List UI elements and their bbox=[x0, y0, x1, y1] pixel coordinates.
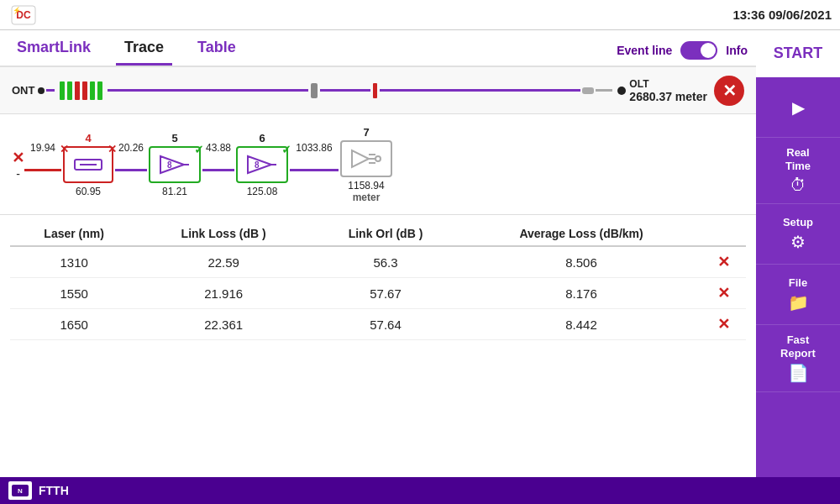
realtime-label: RealTime bbox=[785, 146, 811, 172]
cell-avg-loss-0: 8.506 bbox=[462, 246, 701, 278]
svg-text:N: N bbox=[18, 487, 23, 495]
network-icon: N bbox=[11, 484, 29, 497]
amplifier-6-icon: 8 bbox=[246, 153, 278, 176]
tab-smartlink[interactable]: SmartLink bbox=[8, 35, 99, 66]
status-x-icon: ✕ bbox=[717, 316, 730, 333]
svg-marker-5 bbox=[160, 156, 184, 173]
event-line-toggle[interactable] bbox=[680, 41, 717, 60]
device-5-number: 5 bbox=[171, 132, 177, 144]
realtime-button[interactable]: RealTime ⏱ bbox=[756, 138, 840, 204]
device-start: ✕ - bbox=[12, 149, 24, 181]
meter-label: meter bbox=[353, 192, 381, 203]
close-icon: ✕ bbox=[722, 81, 737, 101]
cell-avg-loss-1: 8.176 bbox=[462, 278, 701, 309]
start-label: START bbox=[774, 45, 823, 63]
device-6[interactable]: 6 ✓ 8 125.08 bbox=[236, 132, 288, 197]
col-link-loss: Link Loss (dB ) bbox=[138, 222, 309, 246]
svg-text:8: 8 bbox=[255, 160, 260, 170]
cell-link-loss-1: 21.916 bbox=[138, 278, 309, 309]
device-6-number: 6 bbox=[259, 132, 265, 144]
val-before-4: 19.94 bbox=[30, 142, 55, 154]
cell-link-loss-0: 22.59 bbox=[138, 246, 309, 278]
col-avg-loss: Average Loss (dB/km) bbox=[462, 222, 701, 246]
info-label: Info bbox=[726, 44, 748, 57]
svg-marker-11 bbox=[352, 150, 369, 167]
device-6-bottom: 125.08 bbox=[247, 186, 278, 197]
fiber-splitter bbox=[311, 83, 318, 98]
device-4[interactable]: 4 ✕ ✕ 60.95 bbox=[63, 132, 113, 197]
olt-error-button[interactable]: ✕ bbox=[714, 76, 744, 106]
report-icon: 📄 bbox=[788, 363, 809, 383]
device-5-bottom: 81.21 bbox=[162, 186, 187, 197]
fiber-bars-green bbox=[60, 81, 102, 100]
right-sidebar: START ▶ RealTime ⏱ Setup ⚙ File 📁 FastRe… bbox=[756, 30, 840, 477]
device-row: ✕ - 19.94 4 ✕ ✕ bbox=[0, 114, 756, 215]
file-label: File bbox=[789, 276, 807, 290]
svg-text:⚡: ⚡ bbox=[13, 6, 21, 14]
start-dash: - bbox=[16, 167, 20, 181]
footer-bar: N FTTH bbox=[0, 477, 840, 504]
col-status bbox=[701, 222, 746, 246]
device-4-x-tl: ✕ bbox=[60, 143, 69, 155]
fast-report-button[interactable]: FastReport 📄 bbox=[756, 325, 840, 392]
cell-laser-1: 1550 bbox=[10, 278, 138, 309]
main-layout: SmartLink Trace Table Event line Info ON… bbox=[0, 30, 840, 477]
top-bar: DC ⚡ 13:36 09/06/2021 bbox=[0, 0, 840, 30]
olt-meter: 2680.37 meter bbox=[629, 90, 707, 103]
table-row: 1650 22.361 57.64 8.442 ✕ bbox=[10, 309, 746, 340]
amplifier-5-icon: 8 bbox=[159, 153, 191, 176]
setup-button[interactable]: Setup ⚙ bbox=[756, 204, 840, 265]
cell-avg-loss-2: 8.442 bbox=[462, 309, 701, 340]
segment-after-6: 1033.86 bbox=[290, 142, 339, 186]
cell-laser-2: 1650 bbox=[10, 309, 138, 340]
device-4-number: 4 bbox=[85, 132, 91, 144]
nav-tabs: SmartLink Trace Table Event line Info bbox=[0, 30, 756, 67]
play-button[interactable]: ▶ bbox=[756, 77, 840, 138]
val-after-6: 1033.86 bbox=[296, 142, 332, 154]
datetime: 13:36 09/06/2021 bbox=[732, 8, 832, 22]
data-table: Laser (nm) Link Loss (dB ) Link Orl (dB … bbox=[10, 222, 746, 340]
cell-link-orl-2: 57.64 bbox=[309, 309, 462, 340]
start-button[interactable]: START bbox=[756, 30, 840, 77]
col-laser: Laser (nm) bbox=[10, 222, 138, 246]
device-6-check: ✓ bbox=[281, 143, 291, 156]
segment-to-4: 19.94 bbox=[24, 142, 61, 186]
cell-status-0: ✕ bbox=[701, 246, 746, 278]
cell-link-orl-1: 57.67 bbox=[309, 278, 462, 309]
folder-icon: 📁 bbox=[788, 292, 809, 312]
file-button[interactable]: File 📁 bbox=[756, 265, 840, 325]
device-4-x-tr: ✕ bbox=[108, 143, 117, 155]
cell-laser-0: 1310 bbox=[10, 246, 138, 278]
device-7-number: 7 bbox=[363, 126, 369, 139]
fiber-gray-section bbox=[582, 87, 594, 94]
status-x-icon: ✕ bbox=[717, 254, 730, 270]
ont-dot bbox=[38, 87, 45, 94]
cell-status-1: ✕ bbox=[701, 278, 746, 309]
olt-dot bbox=[617, 87, 626, 95]
nav-right: Event line Info bbox=[617, 41, 748, 60]
segment-after-4: 20.26 bbox=[115, 142, 147, 186]
status-x-icon: ✕ bbox=[717, 285, 730, 302]
fiber-event bbox=[373, 83, 377, 98]
svg-marker-8 bbox=[248, 156, 271, 173]
olt-section: OLT 2680.37 meter ✕ bbox=[617, 76, 744, 106]
footer-label: FTTH bbox=[39, 484, 69, 497]
device-7[interactable]: 7 1158.94 meter bbox=[340, 126, 392, 203]
footer-logo: N bbox=[8, 481, 32, 500]
device-5[interactable]: 5 ✓ 8 81.21 bbox=[149, 132, 201, 197]
col-link-orl: Link Orl (dB ) bbox=[309, 222, 462, 246]
clock-icon: ⏱ bbox=[790, 176, 806, 195]
start-x-icon: ✕ bbox=[12, 149, 24, 167]
setup-label: Setup bbox=[783, 216, 813, 229]
val-after-4: 20.26 bbox=[118, 142, 144, 154]
cell-link-orl-0: 56.3 bbox=[309, 246, 462, 278]
device-7-bottom: 1158.94 bbox=[348, 180, 384, 192]
cell-status-2: ✕ bbox=[701, 309, 746, 340]
event-line-label: Event line bbox=[617, 44, 672, 57]
tab-table[interactable]: Table bbox=[189, 35, 244, 66]
play-icon: ▶ bbox=[792, 97, 805, 118]
gear-icon: ⚙ bbox=[790, 232, 806, 252]
tab-trace[interactable]: Trace bbox=[116, 35, 172, 66]
table-row: 1310 22.59 56.3 8.506 ✕ bbox=[10, 246, 746, 278]
svg-text:8: 8 bbox=[167, 160, 172, 170]
